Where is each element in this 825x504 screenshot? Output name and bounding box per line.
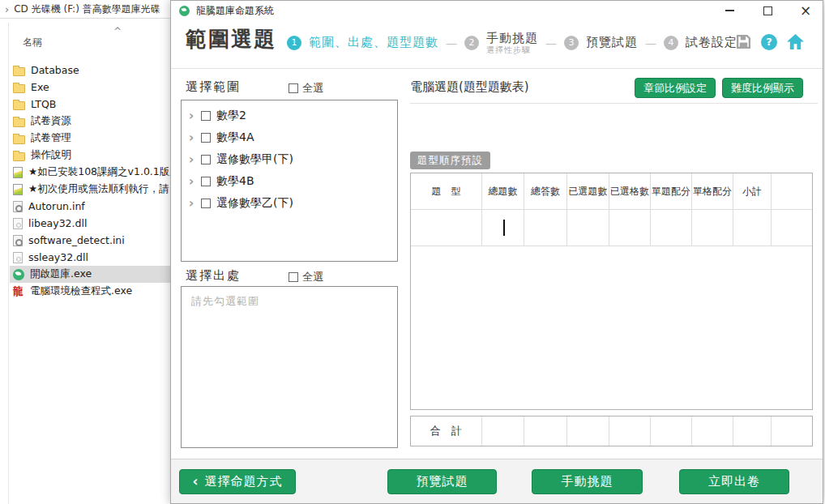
selected-questions-cell[interactable] bbox=[567, 210, 609, 246]
col-blank bbox=[772, 173, 812, 209]
table-header-row: 題 型 總題數 總答數 已選題數 已選格數 單題配分 單格配分 小計 bbox=[411, 173, 812, 210]
difficulty-ratio-button[interactable]: 難度比例顯示 bbox=[722, 78, 803, 98]
points-per-question-cell[interactable] bbox=[651, 210, 692, 246]
step-4-label[interactable]: 試卷設定 bbox=[686, 35, 737, 50]
chevron-right-icon: › bbox=[5, 3, 9, 15]
file-row[interactable]: libeay32.dll bbox=[10, 215, 170, 232]
step-3-circle[interactable]: 3 bbox=[564, 36, 579, 50]
manual-pick-button[interactable]: 手動挑題 bbox=[532, 469, 643, 494]
file-row[interactable]: LTQB bbox=[10, 96, 170, 113]
source-select-all[interactable]: 全選 bbox=[289, 270, 323, 284]
total-answers-cell[interactable] bbox=[524, 210, 567, 246]
sort-ascending-icon[interactable]: ^ bbox=[113, 26, 122, 37]
total-questions-input[interactable] bbox=[482, 210, 524, 246]
close-button[interactable] bbox=[800, 5, 811, 16]
checkbox-icon[interactable] bbox=[201, 155, 211, 164]
expand-chevron-icon[interactable] bbox=[187, 195, 195, 211]
col-points-per-question: 單題配分 bbox=[651, 173, 692, 209]
total-label: 合 計 bbox=[411, 416, 482, 446]
range-select-all[interactable]: 全選 bbox=[289, 81, 323, 96]
tree-item[interactable]: 選修數學甲(下) bbox=[182, 148, 397, 170]
name-column-header[interactable]: 名稱 bbox=[23, 36, 42, 49]
expand-chevron-icon[interactable] bbox=[187, 130, 195, 145]
file-row[interactable]: Database bbox=[10, 62, 170, 79]
checkbox-icon[interactable] bbox=[289, 83, 298, 93]
checkbox-icon[interactable] bbox=[289, 272, 298, 282]
minimize-button[interactable] bbox=[724, 5, 735, 16]
total-questions-sum bbox=[482, 416, 524, 446]
preview-questions-button[interactable]: 預覽試題 bbox=[387, 469, 497, 494]
selected-blanks-cell[interactable] bbox=[609, 210, 651, 246]
footer-bar: 選擇命題方式 預覽試題 手動挑題 立即出卷 bbox=[171, 459, 823, 503]
generate-exam-button[interactable]: 立即出卷 bbox=[679, 469, 789, 494]
home-icon[interactable] bbox=[786, 33, 805, 50]
step-2-label: 手動挑題 bbox=[486, 32, 538, 45]
file-row[interactable]: Autorun.inf bbox=[10, 198, 170, 215]
question-order-badge[interactable]: 題型順序預設 bbox=[410, 152, 490, 169]
dll-file-icon bbox=[13, 252, 23, 263]
tree-item[interactable]: 選修數學乙(下) bbox=[182, 192, 397, 214]
expand-chevron-icon[interactable] bbox=[187, 152, 195, 167]
expand-chevron-icon[interactable] bbox=[187, 108, 195, 123]
total-answers-sum bbox=[524, 416, 567, 446]
checkbox-icon[interactable] bbox=[201, 177, 211, 186]
file-list: Database Exe LTQB 試卷資源 試卷管理 操作說明 ★如已安裝10… bbox=[10, 62, 170, 300]
config-file-icon bbox=[13, 201, 23, 212]
tree-item[interactable]: 數學4B bbox=[182, 170, 397, 192]
expand-chevron-icon[interactable] bbox=[187, 173, 195, 189]
back-to-method-button[interactable]: 選擇命題方式 bbox=[179, 469, 296, 494]
checkbox-icon[interactable] bbox=[201, 133, 211, 143]
app-logo-icon bbox=[179, 6, 190, 16]
config-file-icon bbox=[13, 235, 23, 246]
file-row-selected[interactable]: 開啟題庫.exe bbox=[10, 266, 170, 283]
question-type-cell[interactable] bbox=[411, 210, 482, 246]
source-placeholder: 請先勾選範圍 bbox=[182, 287, 397, 316]
table-empty-area bbox=[411, 246, 812, 409]
step-2[interactable]: 手動挑題 選擇性步驟 bbox=[486, 32, 538, 54]
step-divider: — bbox=[645, 36, 656, 49]
file-row[interactable]: ssleay32.dll bbox=[10, 249, 170, 266]
help-icon[interactable] bbox=[761, 34, 777, 50]
file-row[interactable]: 電腦環境檢查程式.exe bbox=[10, 283, 170, 300]
text-cursor bbox=[503, 220, 505, 236]
file-row[interactable]: 試卷管理 bbox=[10, 130, 170, 147]
checkbox-icon[interactable] bbox=[201, 199, 211, 208]
chapter-ratio-button[interactable]: 章節比例設定 bbox=[635, 78, 716, 98]
green-app-icon bbox=[13, 269, 24, 280]
step-4-circle[interactable]: 4 bbox=[664, 36, 678, 50]
step-1-circle[interactable]: 1 bbox=[287, 36, 301, 50]
file-row[interactable]: Exe bbox=[10, 79, 170, 96]
tree-item[interactable]: 數學2 bbox=[182, 105, 397, 126]
step-3-label[interactable]: 預覽試題 bbox=[586, 35, 638, 50]
step-2-circle[interactable]: 2 bbox=[464, 36, 479, 50]
text-document-icon bbox=[13, 167, 23, 178]
col-selected-blanks: 已選格數 bbox=[609, 173, 651, 209]
blank-cell[interactable] bbox=[772, 210, 812, 246]
points-per-blank-cell[interactable] bbox=[692, 210, 733, 246]
file-row[interactable]: 操作說明 bbox=[10, 147, 170, 164]
save-icon[interactable] bbox=[735, 33, 752, 50]
breadcrumb[interactable]: › CD 光碟機 (F:) 普高數學題庫光碟 bbox=[0, 0, 170, 19]
maximize-button[interactable] bbox=[762, 5, 773, 16]
subtotal-cell[interactable] bbox=[733, 210, 772, 246]
source-section-title: 選擇出處 bbox=[186, 268, 241, 284]
step-1-label[interactable]: 範圍、出處、題型題數 bbox=[309, 35, 438, 50]
pane-divider bbox=[8, 23, 9, 504]
range-section-title: 選擇範圍 bbox=[186, 79, 241, 95]
col-points-per-blank: 單格配分 bbox=[692, 173, 733, 209]
file-row[interactable]: software_detect.ini bbox=[10, 232, 170, 249]
file-row[interactable]: ★初次使用或無法順利執行，請 bbox=[10, 181, 170, 198]
folder-icon bbox=[13, 152, 25, 161]
title-bar: 龍騰題庫命題系統 bbox=[171, 1, 823, 20]
tree-item[interactable]: 數學4A bbox=[182, 126, 397, 148]
app-window: 龍騰題庫命題系統 範圍選題 1 範圍、出處、題型題數 — 2 手動挑題 選擇性步… bbox=[170, 0, 823, 504]
checkbox-icon[interactable] bbox=[201, 111, 211, 121]
selection-title: 電腦選題(題型題數表) bbox=[410, 79, 529, 95]
source-list[interactable]: 請先勾選範圍 bbox=[181, 286, 398, 448]
col-question-type: 題 型 bbox=[411, 173, 482, 209]
text-document-icon bbox=[13, 184, 23, 195]
selected-blanks-sum bbox=[609, 416, 651, 446]
chevron-left-icon bbox=[192, 475, 199, 489]
file-row[interactable]: ★如已安裝108課綱之v1.0.1版題 bbox=[10, 164, 170, 181]
file-row[interactable]: 試卷資源 bbox=[10, 113, 170, 130]
